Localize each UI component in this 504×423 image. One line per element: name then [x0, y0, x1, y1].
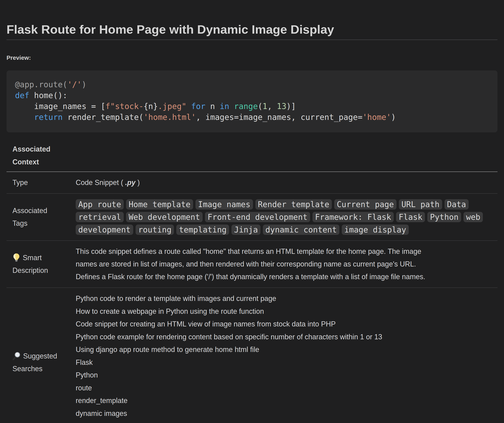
code-token: @app.route(: [15, 80, 67, 89]
tag-pill[interactable]: Framework: Flask: [312, 212, 394, 222]
code-token: def: [15, 91, 29, 100]
tag-pill[interactable]: Python: [427, 212, 461, 222]
tags-list: App routeHome templateImage namesRender …: [76, 198, 498, 236]
search-item[interactable]: route: [76, 382, 498, 394]
tag-pill[interactable]: Home template: [126, 199, 193, 209]
code-token: 13: [277, 102, 286, 111]
code-token: (: [258, 102, 263, 111]
search-item[interactable]: render_template: [76, 394, 498, 407]
code-token: [15, 113, 34, 122]
associated-context-header: Associated Context: [6, 143, 64, 168]
tag-pill[interactable]: URL path: [399, 199, 442, 209]
code-token: .jpeg": [158, 102, 186, 111]
code-token: f"stock-: [106, 102, 144, 111]
tag-pill[interactable]: App route: [76, 199, 124, 209]
code-token: render_template(: [63, 113, 144, 122]
code-token: n: [205, 102, 220, 111]
search-item[interactable]: Using django app route method to generat…: [76, 343, 498, 356]
code-token: image_names = [: [15, 102, 106, 111]
smart-description-row: Smart Description This code snippet defi…: [6, 240, 498, 288]
description-line: names are stored in list of images, and …: [76, 258, 498, 270]
divider: [6, 40, 498, 40]
tag-pill[interactable]: Flask: [396, 212, 425, 222]
search-item[interactable]: Flask: [76, 356, 498, 369]
lightbulb-icon: [12, 253, 20, 262]
tag-pill[interactable]: Front-end development: [205, 212, 310, 222]
code-token: [229, 102, 234, 111]
tags-row: Associated Tags App routeHome templateIm…: [6, 193, 498, 240]
search-item[interactable]: Python code example for rendering conten…: [76, 331, 498, 343]
code-token: range: [234, 102, 258, 111]
description-line: Defines a Flask route for the home page …: [76, 270, 498, 283]
description-line: This code snippet defines a route called…: [76, 245, 498, 258]
tag-pill[interactable]: templating: [176, 225, 229, 235]
search-item[interactable]: Python: [76, 369, 498, 382]
code-token: )]: [286, 102, 296, 111]
tag-pill[interactable]: Render template: [255, 199, 332, 209]
code-token: 'home': [362, 113, 391, 122]
type-value-prefix: Code Snippet (: [76, 178, 125, 187]
search-item[interactable]: Python code to render a template with im…: [76, 292, 498, 305]
type-value: Code Snippet ( .py ): [76, 178, 498, 187]
type-label: Type: [12, 176, 62, 189]
type-row: Type Code Snippet ( .py ): [6, 172, 498, 193]
code-line: @app.route('/'): [15, 79, 488, 90]
smart-description-text: This code snippet defines a route called…: [76, 245, 498, 283]
page-title: Flask Route for Home Page with Dynamic I…: [6, 22, 498, 37]
preview-label: Preview:: [6, 54, 498, 61]
snippet-detail-page: Flask Route for Home Page with Dynamic I…: [0, 22, 504, 423]
code-token: [186, 102, 191, 111]
context-table: Type Code Snippet ( .py ) Associated Tag…: [6, 172, 498, 423]
code-line: return render_template('home.html', imag…: [15, 112, 488, 123]
code-token: ): [391, 113, 396, 122]
code-token: '/': [67, 80, 82, 89]
code-line: image_names = [f"stock-{n}.jpeg" for n i…: [15, 101, 488, 112]
code-token: for: [191, 102, 205, 111]
code-token: , images=image_names, current_page=: [196, 113, 362, 122]
code-token: ,: [267, 102, 277, 111]
search-item[interactable]: dynamic images: [76, 407, 498, 420]
suggested-searches-label: Suggested Searches: [12, 350, 62, 375]
smart-description-label: Smart Description: [12, 251, 62, 277]
tag-pill[interactable]: Web development: [126, 212, 203, 222]
tag-pill[interactable]: Image names: [195, 199, 253, 209]
search-item[interactable]: How to create a webpage in Python using …: [76, 305, 498, 318]
tag-pill[interactable]: Jinja: [231, 225, 260, 235]
type-value-suffix: ): [135, 178, 140, 187]
tag-pill[interactable]: image display: [342, 225, 409, 235]
code-token: 1: [263, 102, 267, 111]
code-line: def home():: [15, 90, 488, 101]
code-token: home():: [29, 91, 67, 100]
search-item[interactable]: Code snippet for creating an HTML view o…: [76, 318, 498, 331]
code-token: return: [34, 113, 63, 122]
file-extension: .py: [125, 178, 135, 187]
code-preview-block: @app.route('/')def home(): image_names =…: [6, 70, 498, 132]
tag-pill[interactable]: routing: [136, 225, 174, 235]
code-token: in: [220, 102, 229, 111]
code-token: ): [82, 80, 86, 89]
tags-label: Associated Tags: [12, 204, 62, 230]
code-token: 'home.html': [144, 113, 196, 122]
magnifier-icon: [12, 352, 21, 360]
search-item[interactable]: Jinja: [76, 420, 498, 423]
tag-pill[interactable]: dynamic content: [263, 225, 339, 235]
suggested-searches-row: Suggested Searches Python code to render…: [6, 288, 498, 423]
suggested-searches-list: Python code to render a template with im…: [76, 292, 498, 423]
tag-pill[interactable]: Current page: [334, 199, 396, 209]
code-token: {n}: [144, 102, 158, 111]
